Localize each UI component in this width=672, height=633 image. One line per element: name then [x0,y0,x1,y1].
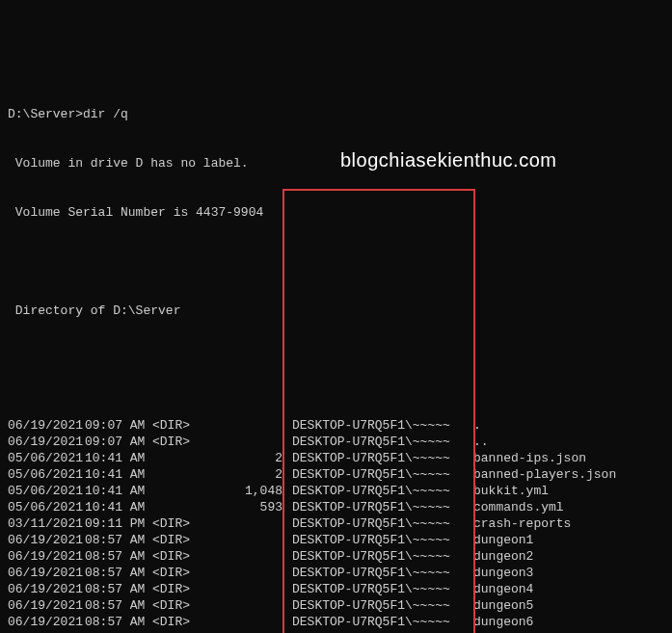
col-time: 10:41 AM [85,483,152,499]
col-date: 05/06/2021 [8,450,85,466]
col-filename: bukkit.yml [468,483,664,499]
col-size [205,515,288,532]
col-owner: DESKTOP-U7RQ5F1\~~~~~ [288,417,468,434]
col-owner: DESKTOP-U7RQ5F1\~~~~~ [288,597,468,614]
col-dir-marker: <DIR> [152,597,205,614]
col-date: 03/11/2021 [8,515,85,532]
col-date: 06/19/2021 [8,434,85,450]
col-filename: crash-reports [468,515,664,532]
col-dir-marker: <DIR> [152,515,205,532]
col-time: 08:57 AM [85,581,152,597]
watermark-text: blogchiasekienthuc.com [340,152,556,169]
col-date: 06/19/2021 [8,614,85,630]
listing-row: 06/19/202108:57 AM<DIR>DESKTOP-U7RQ5F1\~… [8,532,664,548]
col-filename: dungeon2 [468,548,664,565]
col-filename: .. [468,434,664,450]
col-size: 2 [205,466,288,483]
col-time: 10:41 AM [85,499,152,515]
col-filename: commands.yml [468,499,664,515]
col-dir-marker: <DIR> [152,614,205,630]
col-filename: dungeon4 [468,581,664,597]
col-time: 10:41 AM [85,450,152,466]
listing-row: 06/19/202108:57 AM<DIR>DESKTOP-U7RQ5F1\~… [8,597,664,614]
col-date: 06/19/2021 [8,532,85,548]
col-dir-marker [152,450,205,466]
blank-line [8,253,664,270]
listing-row: 06/19/202108:57 AM<DIR>DESKTOP-U7RQ5F1\~… [8,565,664,581]
col-size: 1,048 [205,483,288,499]
col-filename: banned-players.json [468,466,664,483]
command-prompt: D:\Server>dir /q [8,106,664,122]
col-owner: DESKTOP-U7RQ5F1\~~~~~ [288,515,468,532]
listing-row: 06/19/202108:57 AM<DIR>DESKTOP-U7RQ5F1\~… [8,614,664,630]
col-time: 10:41 AM [85,466,152,483]
col-date: 06/19/2021 [8,548,85,565]
volume-serial-line: Volume Serial Number is 4437-9904 [8,204,664,221]
col-size: 2 [205,450,288,466]
col-time: 08:57 AM [85,548,152,565]
col-dir-marker: <DIR> [152,548,205,565]
directory-of-line: Directory of D:\Server [8,303,664,319]
col-owner: DESKTOP-U7RQ5F1\~~~~~ [288,434,468,450]
terminal-output: D:\Server>dir /q Volume in drive D has n… [8,73,664,633]
blank-line [8,352,664,368]
col-time: 08:57 AM [85,597,152,614]
col-date: 05/06/2021 [8,466,85,483]
col-date: 05/06/2021 [8,483,85,499]
col-owner: DESKTOP-U7RQ5F1\~~~~~ [288,499,468,515]
listing-row: 06/19/202108:57 AM<DIR>DESKTOP-U7RQ5F1\~… [8,581,664,597]
col-size [205,417,288,434]
col-owner: DESKTOP-U7RQ5F1\~~~~~ [288,450,468,466]
col-filename: dungeon1 [468,532,664,548]
listing-row: 05/06/202110:41 AM2DESKTOP-U7RQ5F1\~~~~~… [8,450,664,466]
col-time: 08:57 AM [85,532,152,548]
col-time: 09:11 PM [85,515,152,532]
listing-row: 06/19/202109:07 AM<DIR>DESKTOP-U7RQ5F1\~… [8,417,664,434]
col-dir-marker: <DIR> [152,434,205,450]
col-date: 05/06/2021 [8,499,85,515]
col-filename: dungeon5 [468,597,664,614]
listing-row: 03/11/202109:11 PM<DIR>DESKTOP-U7RQ5F1\~… [8,515,664,532]
listing-row: 06/19/202108:57 AM<DIR>DESKTOP-U7RQ5F1\~… [8,548,664,565]
col-size [205,565,288,581]
col-owner: DESKTOP-U7RQ5F1\~~~~~ [288,483,468,499]
volume-label-line: Volume in drive D has no label. [8,155,664,171]
col-time: 08:57 AM [85,614,152,630]
listing-row: 05/06/202110:41 AM1,048DESKTOP-U7RQ5F1\~… [8,483,664,499]
col-dir-marker [152,483,205,499]
col-owner: DESKTOP-U7RQ5F1\~~~~~ [288,565,468,581]
col-time: 09:07 AM [85,434,152,450]
listing-row: 06/19/202109:07 AM<DIR>DESKTOP-U7RQ5F1\~… [8,434,664,450]
col-filename: . [468,417,664,434]
col-dir-marker: <DIR> [152,565,205,581]
col-date: 06/19/2021 [8,581,85,597]
col-dir-marker: <DIR> [152,581,205,597]
col-size: 593 [205,499,288,515]
col-date: 06/19/2021 [8,597,85,614]
col-size [205,597,288,614]
col-filename: dungeon6 [468,614,664,630]
col-owner: DESKTOP-U7RQ5F1\~~~~~ [288,614,468,630]
col-dir-marker [152,499,205,515]
col-dir-marker: <DIR> [152,532,205,548]
col-size [205,548,288,565]
directory-listing: 06/19/202109:07 AM<DIR>DESKTOP-U7RQ5F1\~… [8,417,664,633]
col-owner: DESKTOP-U7RQ5F1\~~~~~ [288,466,468,483]
col-time: 08:57 AM [85,565,152,581]
col-dir-marker: <DIR> [152,417,205,434]
col-owner: DESKTOP-U7RQ5F1\~~~~~ [288,548,468,565]
col-filename: banned-ips.json [468,450,664,466]
col-size [205,532,288,548]
col-time: 09:07 AM [85,417,152,434]
listing-row: 05/06/202110:41 AM593DESKTOP-U7RQ5F1\~~~… [8,499,664,515]
col-size [205,614,288,630]
col-dir-marker [152,466,205,483]
col-owner: DESKTOP-U7RQ5F1\~~~~~ [288,581,468,597]
col-date: 06/19/2021 [8,565,85,581]
col-size [205,434,288,450]
col-owner: DESKTOP-U7RQ5F1\~~~~~ [288,532,468,548]
col-date: 06/19/2021 [8,417,85,434]
col-filename: dungeon3 [468,565,664,581]
listing-row: 05/06/202110:41 AM2DESKTOP-U7RQ5F1\~~~~~… [8,466,664,483]
col-size [205,581,288,597]
